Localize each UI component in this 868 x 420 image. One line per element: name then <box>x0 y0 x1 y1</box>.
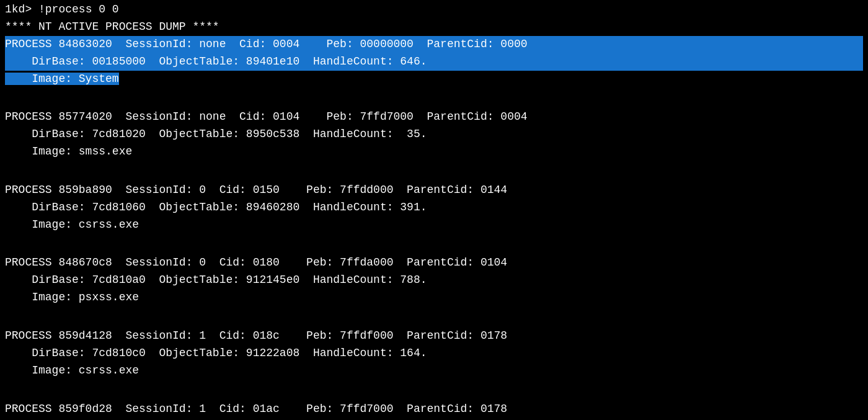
process-line-3-2: DirBase: 7cd81060 ObjectTable: 89460280 … <box>5 199 863 217</box>
blank-3 <box>5 238 863 255</box>
process-line-3-3: Image: csrss.exe <box>5 217 863 234</box>
command-text: !process 0 0 <box>38 3 119 16</box>
process-line-2-1: PROCESS 85774020 SessionId: none Cid: 01… <box>5 109 863 126</box>
process-line-6-1: PROCESS 859f0d28 SessionId: 1 Cid: 01ac … <box>5 401 863 418</box>
process-line-5-1: PROCESS 859d4128 SessionId: 1 Cid: 018c … <box>5 328 863 345</box>
process-line-2-2: DirBase: 7cd81020 ObjectTable: 8950c538 … <box>5 126 863 143</box>
process-line-5-2: DirBase: 7cd810c0 ObjectTable: 91222a08 … <box>5 345 863 362</box>
blank-2 <box>5 164 863 182</box>
process-block-3: PROCESS 859ba890 SessionId: 0 Cid: 0150 … <box>5 182 863 234</box>
blank-5 <box>5 383 863 401</box>
command-line: 1kd> !process 0 0 <box>5 1 863 19</box>
process-block-1: PROCESS 84863020 SessionId: none Cid: 00… <box>5 36 863 88</box>
process-block-2: PROCESS 85774020 SessionId: none Cid: 01… <box>5 109 863 161</box>
process-block-5: PROCESS 859d4128 SessionId: 1 Cid: 018c … <box>5 328 863 380</box>
blank-4 <box>5 310 863 328</box>
process-line-4-1: PROCESS 848670c8 SessionId: 0 Cid: 0180 … <box>5 254 863 272</box>
process-block-6: PROCESS 859f0d28 SessionId: 1 Cid: 01ac … <box>5 401 863 420</box>
process-line-4-2: DirBase: 7cd810a0 ObjectTable: 912145e0 … <box>5 272 863 289</box>
process-image-1: Image: System <box>5 73 119 85</box>
process-line-1-3: Image: System <box>5 71 863 88</box>
terminal-window: 1kd> !process 0 0 **** NT ACTIVE PROCESS… <box>0 0 868 420</box>
process-line-6-2: DirBase: 7cd810e0 ObjectTable: 91235fc0 … <box>5 418 863 420</box>
prompt: 1kd> <box>5 3 38 16</box>
process-line-1-2: DirBase: 00185000 ObjectTable: 89401e10 … <box>5 53 863 71</box>
process-line-3-1: PROCESS 859ba890 SessionId: 0 Cid: 0150 … <box>5 182 863 199</box>
process-line-5-3: Image: csrss.exe <box>5 362 863 380</box>
process-block-4: PROCESS 848670c8 SessionId: 0 Cid: 0180 … <box>5 254 863 306</box>
blank-1 <box>5 91 863 109</box>
process-line-1-1: PROCESS 84863020 SessionId: none Cid: 00… <box>5 36 863 53</box>
dump-header: **** NT ACTIVE PROCESS DUMP **** <box>5 19 863 36</box>
process-line-4-3: Image: psxss.exe <box>5 289 863 306</box>
process-line-2-3: Image: smss.exe <box>5 143 863 161</box>
